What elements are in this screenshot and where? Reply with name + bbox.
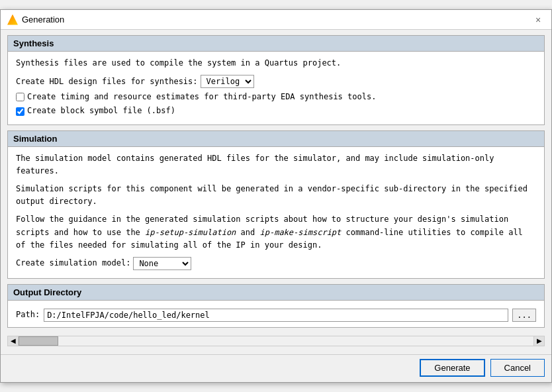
browse-button[interactable]: ... [512, 309, 536, 322]
dialog-title: Generation [22, 15, 64, 24]
model-row: Create simulation model: None ModelSim V… [16, 257, 536, 270]
scroll-right-arrow[interactable]: ▶ [533, 336, 544, 346]
title-bar: Generation × [1, 10, 551, 30]
cancel-button[interactable]: Cancel [490, 359, 545, 377]
title-bar-left: Generation [7, 15, 64, 25]
hdl-row: Create HDL design files for synthesis: V… [16, 75, 536, 88]
model-select[interactable]: None ModelSim VCS NCSim [133, 257, 191, 270]
simulation-para3: Follow the guidance in the generated sim… [16, 213, 536, 252]
generate-button[interactable]: Generate [420, 359, 484, 377]
synthesis-header: Synthesis [8, 36, 544, 52]
output-directory-body: Path: ... [8, 301, 544, 327]
simulation-italic2: ip-make-simscript [259, 228, 341, 237]
close-button[interactable]: × [531, 13, 545, 26]
timing-checkbox[interactable] [16, 93, 24, 101]
simulation-para2: Simulation scripts for this component wi… [16, 183, 536, 208]
bsf-checkbox[interactable] [16, 107, 24, 116]
dialog-icon [7, 15, 18, 25]
path-label: Path: [16, 309, 40, 321]
simulation-body: The simulation model contains generated … [8, 147, 544, 278]
generation-dialog: Generation × Synthesis Synthesis files a… [0, 9, 552, 383]
output-directory-section: Output Directory Path: ... [7, 284, 545, 328]
simulation-italic1: ip-setup-simulation [145, 228, 236, 237]
dialog-footer: Generate Cancel [1, 354, 551, 382]
simulation-section: Simulation The simulation model contains… [7, 130, 545, 279]
scrollbar-thumb[interactable] [19, 336, 58, 346]
horizontal-scrollbar[interactable]: ◀ ▶ [7, 336, 545, 346]
scroll-left-arrow[interactable]: ◀ [8, 336, 19, 346]
simulation-para1: The simulation model contains generated … [16, 152, 536, 177]
hdl-select[interactable]: Verilog VHDL [201, 75, 254, 88]
synthesis-section: Synthesis Synthesis files are used to co… [7, 35, 545, 125]
path-input[interactable] [44, 309, 508, 322]
synthesis-description: Synthesis files are used to compile the … [16, 57, 536, 70]
bsf-checkbox-row: Create block symbol file (.bsf) [16, 105, 536, 117]
path-row: Path: ... [16, 309, 536, 322]
hdl-label: Create HDL design files for synthesis: [16, 75, 198, 88]
dialog-content: Synthesis Synthesis files are used to co… [1, 30, 551, 354]
bsf-label: Create block symbol file (.bsf) [27, 105, 175, 117]
simulation-header: Simulation [8, 131, 544, 147]
output-directory-header: Output Directory [8, 285, 544, 301]
synthesis-body: Synthesis files are used to compile the … [8, 52, 544, 124]
model-label: Create simulation model: [16, 257, 130, 270]
simulation-para3-mid: and [236, 228, 259, 237]
timing-checkbox-row: Create timing and resource estimates for… [16, 91, 536, 103]
timing-label: Create timing and resource estimates for… [27, 91, 376, 103]
